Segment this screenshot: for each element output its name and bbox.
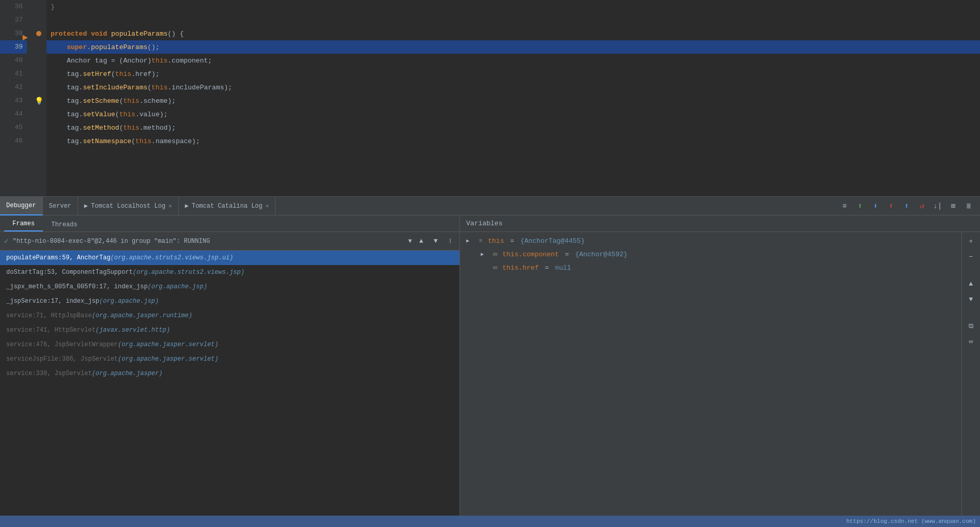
- code-line-46: tag.setNamespace(this.namespace);: [47, 134, 980, 148]
- tab-server-label: Server: [49, 203, 71, 210]
- code-line-40: Anchor tag = (Anchor)this.component;: [47, 54, 980, 67]
- var-type-icon-component: ∞: [490, 250, 500, 258]
- var-eq-this: =: [506, 237, 518, 245]
- var-expand-this[interactable]: ▶: [466, 238, 473, 244]
- frame-main-2: _jspx_meth_s_005fa_005f0:17, index_jsp: [6, 283, 148, 290]
- frame-item-8[interactable]: service:330, JspServlet (org.apache.jasp…: [0, 366, 460, 381]
- toolbar-step-out-btn[interactable]: ⬆: [899, 199, 914, 213]
- frame-item-4[interactable]: service:71, HttpJspBase (org.apache.jasp…: [0, 308, 460, 323]
- frame-italic-0: (org.apache.struts2.views.jsp.ui): [111, 254, 234, 261]
- frame-item-3[interactable]: _jspService:17, index_jsp (org.apache.js…: [0, 294, 460, 308]
- frame-main-4: service:71, HttpJspBase: [6, 312, 92, 319]
- code-editor: 36 37 38 ► 39 40 41 42 43 44 45 46: [0, 0, 980, 196]
- line-num-42: 42: [0, 81, 27, 94]
- var-name-this: this: [488, 237, 504, 245]
- frame-main-1: doStartTag:53, ComponentTagSupport: [6, 269, 133, 276]
- sub-tab-frames[interactable]: Frames: [4, 218, 43, 231]
- frame-italic-2: (org.apache.jsp): [148, 283, 207, 290]
- frame-item-1[interactable]: doStartTag:53, ComponentTagSupport (org.…: [0, 265, 460, 280]
- var-name-component: this.component: [502, 251, 559, 258]
- tab-tomcat-localhost[interactable]: ▶ Tomcat Localhost Log ✕: [78, 197, 179, 215]
- tab-debugger-label: Debugger: [6, 202, 36, 209]
- frame-main-0: populateParams:59, AnchorTag: [6, 254, 111, 261]
- variables-content: ▶ ≡ this = {AnchorTag@4455} ▶ ∞ this.com…: [460, 232, 980, 527]
- thread-label: "http-nio-8084-exec-8"@2,446 in group "m…: [12, 238, 404, 245]
- gutter-46: [31, 134, 47, 148]
- var-value-href: null: [555, 264, 571, 272]
- var-minus-btn[interactable]: −: [964, 250, 978, 264]
- frame-italic-1: (org.apache.struts2.views.jsp): [133, 269, 244, 276]
- thread-filter-btn[interactable]: ⫶: [445, 236, 455, 246]
- status-url: https://blog.csdn.net (www.anquan.com): [846, 518, 976, 524]
- var-item-href[interactable]: ▶ ∞ this.href = null: [460, 261, 961, 274]
- gutter: 💡: [31, 0, 47, 196]
- sub-tab-threads-label: Threads: [51, 221, 77, 228]
- thread-down-btn[interactable]: ▼: [431, 236, 441, 246]
- toolbar-run-to-cursor-btn[interactable]: ↺: [915, 199, 929, 213]
- var-eq-href: =: [541, 264, 553, 272]
- gutter-36: [31, 0, 47, 13]
- line-num-44: 44: [0, 107, 27, 121]
- bottom-panel: Debugger Server ▶ Tomcat Localhost Log ✕…: [0, 196, 980, 527]
- toolbar-resume-btn[interactable]: ⬆: [853, 199, 867, 213]
- tab-bar: Debugger Server ▶ Tomcat Localhost Log ✕…: [0, 197, 980, 215]
- frame-item-2[interactable]: _jspx_meth_s_005fa_005f0:17, index_jsp (…: [0, 280, 460, 294]
- tab-tomcat-catalina[interactable]: ▶ Tomcat Catalina Log ✕: [179, 197, 276, 215]
- thread-dropdown-arrow[interactable]: ▼: [408, 238, 412, 245]
- variables-header: Variables: [460, 215, 980, 232]
- debug-main: Frames Threads ✓ "http-nio-8084-exec-8"@…: [0, 215, 980, 527]
- frame-item-7[interactable]: serviceJspFile:386, JspServlet (org.apac…: [0, 352, 460, 366]
- var-up-btn[interactable]: ▲: [964, 276, 978, 291]
- frame-italic-8: (org.apache.jasper): [92, 370, 163, 377]
- tab-server[interactable]: Server: [43, 197, 78, 215]
- code-line-38: protected void populateParams() {: [47, 27, 980, 40]
- frame-item-0[interactable]: populateParams:59, AnchorTag (org.apache…: [0, 251, 460, 265]
- gutter-39: [31, 40, 47, 54]
- var-item-this[interactable]: ▶ ≡ this = {AnchorTag@4455}: [460, 234, 961, 247]
- variables-panel: Variables ▶ ≡ this = {AnchorTag@4455} ▶: [460, 215, 980, 527]
- variables-tree: ▶ ≡ this = {AnchorTag@4455} ▶ ∞ this.com…: [460, 232, 961, 527]
- toolbar-menu-btn[interactable]: ≡: [837, 199, 852, 213]
- toolbar-step-into-btn[interactable]: ⬇: [884, 199, 898, 213]
- frame-main-8: service:330, JspServlet: [6, 370, 92, 377]
- thread-up-btn[interactable]: ▲: [416, 236, 426, 246]
- line-num-45: 45: [0, 121, 27, 134]
- var-infinity-btn[interactable]: ∞: [964, 334, 978, 349]
- tab-tomcat-catalina-label: Tomcat Catalina Log: [192, 203, 263, 210]
- var-item-component[interactable]: ▶ ∞ this.component = {Anchor@4592}: [460, 247, 961, 261]
- frame-item-5[interactable]: service:741, HttpServlet (javax.servlet.…: [0, 323, 460, 337]
- toolbar-icons: ≡ ⬆ ⬇ ⬇ ⬆ ↺ ↓| ⊞ ≣: [837, 199, 980, 213]
- check-icon: ✓: [4, 237, 8, 245]
- sub-tab-bar: Frames Threads: [0, 215, 460, 232]
- line-num-46: 46: [0, 134, 27, 148]
- var-eq-component: =: [561, 251, 573, 258]
- line-num-39: 39: [0, 40, 27, 54]
- frame-italic-4: (org.apache.jasper.runtime): [92, 312, 192, 319]
- frame-main-7: serviceJspFile:386, JspServlet: [6, 355, 118, 363]
- line-num-41: 41: [0, 67, 27, 81]
- frames-panel: Frames Threads ✓ "http-nio-8084-exec-8"@…: [0, 215, 460, 527]
- toolbar-evaluate-btn[interactable]: ↓|: [930, 199, 945, 213]
- breakpoint-icon[interactable]: [36, 31, 41, 36]
- var-add-btn[interactable]: +: [964, 234, 978, 249]
- var-name-href: this.href: [502, 264, 539, 272]
- code-line-44: tag.setValue(this.value);: [47, 107, 980, 121]
- frame-italic-7: (org.apache.jasper.servlet): [118, 355, 218, 363]
- var-copy-btn[interactable]: ⧉: [964, 319, 978, 333]
- toolbar-grid-btn[interactable]: ⊞: [946, 199, 960, 213]
- tab-tomcat-localhost-close[interactable]: ✕: [169, 203, 172, 209]
- toolbar-list-btn[interactable]: ≣: [961, 199, 976, 213]
- toolbar-step-over-btn[interactable]: ⬇: [868, 199, 883, 213]
- tab-tomcat-catalina-close[interactable]: ✕: [266, 203, 269, 209]
- code-line-41: tag.setHref(this.href);: [47, 67, 980, 81]
- sub-tab-threads[interactable]: Threads: [43, 219, 85, 231]
- var-expand-component[interactable]: ▶: [481, 251, 488, 257]
- var-down-btn[interactable]: ▼: [964, 292, 978, 306]
- frame-main-5: service:741, HttpServlet: [6, 327, 96, 334]
- bulb-icon[interactable]: 💡: [35, 97, 43, 105]
- gutter-38: [31, 27, 47, 40]
- tab-debugger[interactable]: Debugger: [0, 197, 43, 215]
- code-line-43: tag.setScheme(this.scheme);: [47, 94, 980, 107]
- frame-main-6: service:476, JspServletWrapper: [6, 341, 118, 348]
- frame-item-6[interactable]: service:476, JspServletWrapper (org.apac…: [0, 337, 460, 352]
